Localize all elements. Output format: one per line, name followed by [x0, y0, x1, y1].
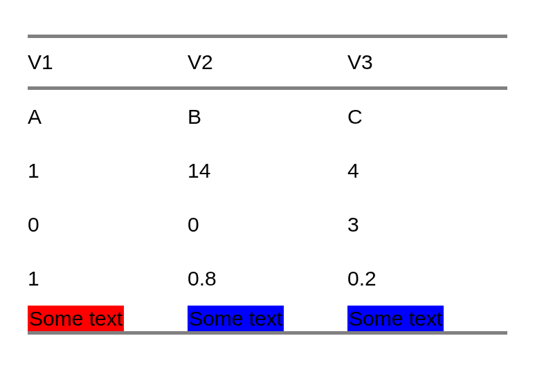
table-cell: 0 [28, 198, 188, 252]
table-cell: 1 [28, 144, 188, 198]
table-cell: 4 [347, 144, 507, 198]
table-row: 0 0 3 [28, 198, 507, 252]
table-header-row: V1 V2 V3 [28, 37, 507, 88]
table-header-cell: V2 [188, 37, 347, 88]
table-row: 1 14 4 [28, 144, 507, 198]
table-cell: 0.2 [347, 252, 507, 306]
highlight-blue-text: Some text [347, 306, 444, 331]
table-row: A B C [28, 88, 507, 144]
highlight-red-text: Some text [28, 306, 124, 331]
table-cell: 1 [28, 252, 188, 306]
data-table-container: V1 V2 V3 A B C 1 14 4 0 0 3 1 [28, 35, 507, 335]
table-highlighted-row: Some text Some text Some text [28, 306, 507, 333]
table-cell: 14 [188, 144, 347, 198]
table-cell: A [28, 88, 188, 144]
table-cell: 0.8 [188, 252, 347, 306]
table-highlighted-cell: Some text [28, 306, 188, 333]
table-header-cell: V3 [347, 37, 507, 88]
table-cell: 3 [347, 198, 507, 252]
table-cell: B [188, 88, 347, 144]
table-highlighted-cell: Some text [188, 306, 347, 333]
data-table: V1 V2 V3 A B C 1 14 4 0 0 3 1 [28, 35, 507, 335]
table-cell: C [347, 88, 507, 144]
table-header-cell: V1 [28, 37, 188, 88]
table-highlighted-cell: Some text [347, 306, 507, 333]
highlight-blue-text: Some text [188, 306, 284, 331]
table-cell: 0 [188, 198, 347, 252]
table-row: 1 0.8 0.2 [28, 252, 507, 306]
